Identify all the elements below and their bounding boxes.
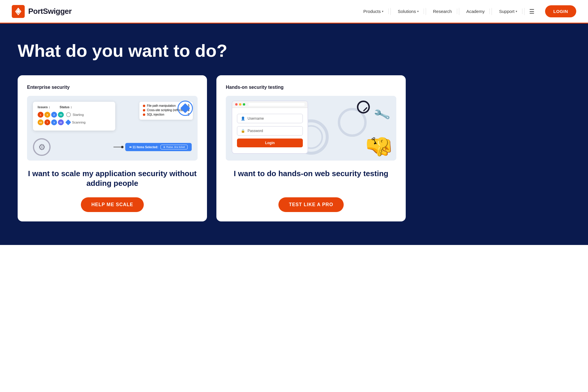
- issues-header: Issues ↕: [38, 105, 50, 109]
- scanning-label: Scanning: [72, 121, 86, 124]
- badge-3: 3: [51, 119, 57, 125]
- status-header: Status ↕: [60, 105, 72, 109]
- nav-research[interactable]: Research: [428, 6, 457, 16]
- enterprise-category: Enterprise security: [27, 85, 70, 90]
- nav-academy[interactable]: Academy: [462, 6, 490, 16]
- hero-title: What do you want to do?: [18, 41, 570, 61]
- browser-dot-green: [243, 103, 245, 106]
- handson-card-title: I want to do hands-on web security testi…: [226, 169, 396, 179]
- support-chevron-icon: ▾: [516, 10, 517, 13]
- enterprise-bottom-bar: ⚙ ✏ 11 Items Selected: ⊕ Raise Jira tick…: [33, 138, 192, 156]
- selected-bar: ✏ 11 Items Selected: ⊕ Raise Jira ticket: [125, 143, 192, 151]
- browser-dot-red: [235, 103, 238, 106]
- user-icon: 👤: [241, 116, 245, 121]
- badge-2: 2: [51, 112, 57, 118]
- password-label: Password: [248, 129, 263, 133]
- browser-dot-yellow: [239, 103, 241, 106]
- enterprise-illustration: Issues ↕ Status ↕ 1 8 2 43: [27, 96, 198, 161]
- selected-text: ✏ 11 Items Selected:: [129, 146, 158, 149]
- nav-separator-2: [426, 8, 426, 15]
- header-right: Products ▾ Solutions ▾ Research Academy …: [359, 5, 576, 17]
- handson-illustration: 👤 Username 🔒 Password Login: [226, 96, 396, 161]
- connector-line: [113, 147, 122, 147]
- cards-row: Enterprise security Issues ↕ Status ↕ 1 …: [18, 75, 406, 221]
- scanning-icon: [65, 119, 71, 125]
- nav-separator-4: [492, 8, 492, 15]
- nav-separator-3: [459, 8, 459, 15]
- badge-1: 1: [38, 112, 44, 118]
- jira-button[interactable]: ⊕ Raise Jira ticket: [161, 145, 188, 149]
- gear-large-icon: ⚙: [33, 138, 51, 156]
- login-button[interactable]: LOGIN: [545, 5, 576, 17]
- badge-8: 8: [44, 112, 50, 118]
- help-me-scale-button[interactable]: HELP ME SCALE: [81, 197, 144, 212]
- issues-panel: Issues ↕ Status ↕ 1 8 2 43: [33, 102, 115, 131]
- solutions-chevron-icon: ▾: [417, 10, 419, 13]
- password-field: 🔒 Password: [237, 126, 303, 136]
- issue-text-3: SQL injection: [147, 113, 164, 116]
- nav-solutions[interactable]: Solutions ▾: [393, 6, 423, 16]
- badge-43b: 43: [38, 119, 44, 125]
- issue-text-1: File path manipulation: [147, 104, 176, 107]
- starting-dot: [66, 112, 71, 117]
- badge-7: 7: [44, 119, 50, 125]
- products-chevron-icon: ▾: [382, 10, 383, 13]
- handson-category: Hands-on security testing: [226, 85, 283, 90]
- browser-frame: 👤 Username 🔒 Password Login: [232, 101, 308, 154]
- browser-url-bar: [248, 103, 305, 106]
- header: PortSwigger Products ▾ Solutions ▾ Resea…: [0, 0, 588, 24]
- username-field: 👤 Username: [237, 114, 303, 123]
- logo[interactable]: PortSwigger: [12, 5, 72, 18]
- username-label: Username: [248, 116, 264, 121]
- badge-43: 43: [58, 112, 64, 118]
- hero-section: What do you want to do? Enterprise secur…: [0, 24, 588, 245]
- nav-separator-1: [390, 8, 391, 15]
- logo-icon: [12, 5, 25, 18]
- test-like-a-pro-button[interactable]: TEST LIKE A PRO: [278, 197, 344, 212]
- burp-diamond-icon: [178, 101, 193, 116]
- hamburger-icon: ☰: [529, 8, 534, 15]
- issue-dot-2: [143, 109, 145, 111]
- nav-separator-5: [524, 8, 524, 15]
- nav: Products ▾ Solutions ▾ Research Academy …: [359, 6, 537, 17]
- starting-label: Starting: [73, 113, 84, 116]
- badge-21: 21: [58, 119, 64, 125]
- nav-support[interactable]: Support ▾: [494, 6, 522, 16]
- issue-dot-1: [143, 105, 145, 107]
- logo-text: PortSwigger: [28, 7, 72, 16]
- lock-icon: 🔒: [241, 129, 245, 133]
- issue-dot-3: [143, 114, 145, 116]
- handson-card: Hands-on security testing: [216, 75, 406, 221]
- enterprise-card: Enterprise security Issues ↕ Status ↕ 1 …: [18, 75, 207, 221]
- enterprise-card-title: I want to scale my application security …: [27, 169, 198, 188]
- hamburger-menu-button[interactable]: ☰: [527, 6, 537, 17]
- nav-products[interactable]: Products ▾: [359, 6, 388, 16]
- login-button-illustration: Login: [237, 139, 303, 147]
- magnify-icon: [357, 101, 370, 114]
